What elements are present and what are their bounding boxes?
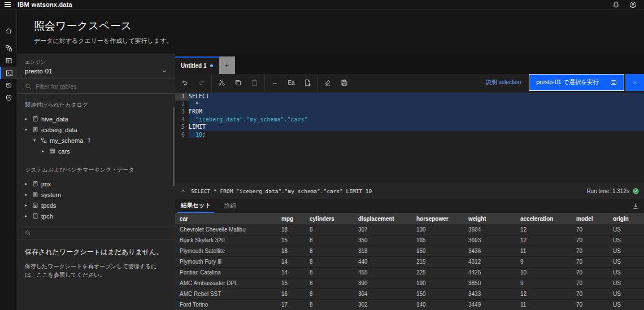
table-row[interactable]: Pontiac Catalina14845522544251070US bbox=[175, 267, 644, 278]
cell-model: 70 bbox=[572, 299, 608, 310]
save-icon[interactable] bbox=[336, 74, 353, 91]
run-options-chevron-button[interactable] bbox=[625, 74, 644, 91]
schema-icon bbox=[41, 137, 47, 143]
cell-displacement: 318 bbox=[354, 246, 412, 256]
table-row[interactable]: Plymouth Satellite18831815034361170US bbox=[175, 246, 644, 256]
comment-icon[interactable]: -- bbox=[267, 74, 283, 91]
run-selection-button[interactable]: presto-01 で選択を実行 bbox=[529, 74, 624, 91]
copy-icon[interactable] bbox=[230, 74, 246, 91]
cell-origin: US bbox=[608, 289, 644, 299]
chevron-right-icon[interactable]: ▸ bbox=[25, 203, 29, 208]
cell-car: Plymouth Fury iii bbox=[175, 256, 277, 267]
cell-model: 70 bbox=[572, 256, 608, 267]
cell-cylinders: 8 bbox=[305, 289, 354, 299]
tree-item-my-schema[interactable]: ▾ my_schema 1 bbox=[17, 135, 175, 146]
worksheet-tab-untitled-1[interactable]: Untitled 1 bbox=[175, 56, 219, 74]
table-row[interactable]: Chevrolet Chevelle Malibu188307130350412… bbox=[175, 224, 644, 235]
cell-acceleration: 12 bbox=[516, 289, 572, 299]
col-header-horsepower[interactable]: horsepower bbox=[412, 213, 464, 224]
cell-weight: 3850 bbox=[464, 278, 516, 289]
cell-displacement: 302 bbox=[354, 299, 412, 310]
col-header-model[interactable]: model bbox=[572, 213, 608, 224]
cell-origin: US bbox=[608, 299, 644, 310]
col-header-displacement[interactable]: displacement bbox=[354, 213, 412, 224]
cell-weight: 4425 bbox=[464, 267, 516, 278]
col-header-mpg[interactable]: mpg bbox=[277, 213, 305, 224]
cell-mpg: 16 bbox=[277, 289, 305, 299]
chevron-right-icon[interactable]: ▸ bbox=[42, 149, 46, 154]
tree-item-jmx[interactable]: ▸ jmx bbox=[17, 178, 175, 189]
col-header-origin[interactable]: origin bbox=[608, 213, 644, 224]
chevron-right-icon[interactable]: ▸ bbox=[25, 193, 29, 197]
download-results-icon[interactable] bbox=[632, 203, 639, 209]
nav-data-manager-icon[interactable] bbox=[0, 54, 17, 67]
cell-weight: 3433 bbox=[464, 289, 516, 299]
tree-item-hive-data[interactable]: ▸ hive_data bbox=[17, 113, 175, 124]
nav-query-workspace-icon[interactable] bbox=[0, 67, 17, 79]
nav-home-icon[interactable] bbox=[0, 24, 17, 37]
panel-scrollbar[interactable] bbox=[173, 107, 175, 186]
cell-displacement: 390 bbox=[354, 278, 412, 289]
menu-icon[interactable] bbox=[0, 0, 15, 10]
cell-origin: US bbox=[608, 235, 644, 246]
redo-icon[interactable] bbox=[193, 74, 210, 91]
chevron-right-icon[interactable]: ▸ bbox=[25, 117, 29, 121]
cell-displacement: 304 bbox=[354, 289, 412, 299]
nav-query-history-icon[interactable] bbox=[0, 79, 17, 91]
tree-item-iceberg-data[interactable]: ▾ iceberg_data bbox=[17, 124, 175, 135]
schema-count-badge: 1 bbox=[88, 137, 91, 143]
cell-horsepower: 225 bbox=[412, 267, 464, 278]
col-header-acceleration[interactable]: acceleration bbox=[516, 213, 572, 224]
engine-selector[interactable]: エンジン presto-01 bbox=[17, 54, 175, 79]
tree-item-label: cars bbox=[58, 148, 70, 155]
explain-selection-link[interactable]: 説明 selection bbox=[486, 78, 521, 86]
tree-item-system[interactable]: ▸ system bbox=[17, 189, 175, 200]
table-row[interactable]: Ford Torino17830214034491170US bbox=[175, 299, 644, 310]
chevron-down-icon[interactable]: ▾ bbox=[33, 138, 38, 143]
results-table: car mpg cylinders displacement horsepowe… bbox=[175, 213, 644, 310]
table-row[interactable]: AMC Rebel SST16830415034331270US bbox=[175, 289, 644, 299]
add-worksheet-button[interactable]: + bbox=[219, 56, 235, 74]
chevron-right-icon[interactable]: ▸ bbox=[25, 182, 29, 186]
tab-result-set[interactable]: 結果セット bbox=[177, 199, 214, 213]
table-row[interactable]: AMC Ambassador DPL1583901903850970US bbox=[175, 278, 644, 289]
table-row[interactable]: Buick Skylark 32015835016536931270US bbox=[175, 235, 644, 246]
format-text-icon[interactable]: Ea bbox=[283, 74, 299, 91]
tree-item-cars[interactable]: ▸ cars bbox=[17, 146, 175, 156]
tree-item-label: system bbox=[41, 191, 61, 198]
nav-infrastructure-icon[interactable] bbox=[0, 42, 17, 54]
cell-horsepower: 150 bbox=[412, 289, 464, 299]
tab-details[interactable]: 詳細 bbox=[221, 199, 240, 213]
code-line: 10 bbox=[189, 132, 202, 138]
catalog-icon bbox=[32, 126, 38, 133]
chevron-right-icon[interactable]: ▸ bbox=[25, 214, 29, 219]
col-header-cylinders[interactable]: cylinders bbox=[305, 213, 354, 224]
page-subtitle: データに対するクエリーを作成して実行します。 bbox=[34, 37, 173, 45]
collapse-results-chevron-icon[interactable] bbox=[180, 188, 186, 194]
table-row[interactable]: Plymouth Fury iii1484402154312970US bbox=[175, 256, 644, 267]
nav-access-control-icon[interactable] bbox=[0, 91, 17, 104]
user-avatar-icon[interactable] bbox=[629, 1, 637, 8]
tree-item-tpch[interactable]: ▸ tpch bbox=[17, 211, 175, 221]
tree-item-label: tpch bbox=[41, 213, 53, 220]
table-filter-input[interactable]: Filter for tables bbox=[17, 79, 175, 94]
paste-icon[interactable] bbox=[246, 74, 263, 91]
success-check-icon bbox=[633, 188, 639, 194]
col-header-car[interactable]: car bbox=[175, 213, 277, 224]
undo-icon[interactable] bbox=[177, 74, 193, 91]
worksheet-filter-input[interactable] bbox=[17, 226, 175, 239]
cell-mpg: 15 bbox=[277, 278, 305, 289]
cell-mpg: 15 bbox=[277, 235, 305, 246]
sql-editor[interactable]: 1SELECT 2 * 3FROM 4 "iceberg_data"."my_s… bbox=[175, 91, 644, 183]
cell-horsepower: 140 bbox=[412, 299, 464, 310]
chevron-down-icon[interactable]: ▾ bbox=[25, 128, 29, 132]
notifications-bell-icon[interactable] bbox=[612, 1, 620, 8]
new-document-icon[interactable] bbox=[299, 74, 316, 91]
editor-toolbar: -- Ea 説明 selection presto-01 で選択を実行 bbox=[175, 74, 644, 91]
tree-item-tpcds[interactable]: ▸ tpcds bbox=[17, 200, 175, 211]
col-header-weight[interactable]: weight bbox=[464, 213, 516, 224]
cut-icon[interactable] bbox=[214, 74, 230, 91]
cell-mpg: 18 bbox=[277, 224, 305, 235]
erase-icon[interactable] bbox=[320, 74, 336, 91]
line-number: 4 bbox=[175, 116, 189, 124]
